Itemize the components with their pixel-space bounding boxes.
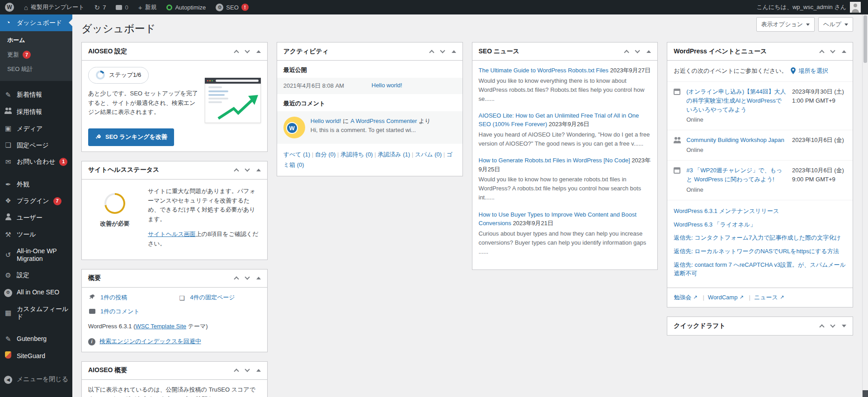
new-label: 新規 — [145, 3, 156, 11]
news-title-link[interactable]: How to Use Buyer Types to Improve Web Co… — [479, 211, 637, 227]
sidebar-item-contact[interactable]: ✉ お問い合わせ 1 — [0, 154, 72, 170]
move-up-button[interactable] — [819, 324, 824, 329]
comments-menu[interactable]: 0 — [111, 0, 133, 14]
wp-news-link[interactable]: 返信先: ローカルネットワークのNASでURLをhttpsにする方法 — [674, 247, 846, 256]
move-up-button[interactable] — [234, 369, 239, 374]
improve-seo-button[interactable]: SEO ランキングを改善 — [88, 128, 174, 146]
comment-meta-suffix: より — [417, 118, 430, 124]
event-title-link[interactable]: (オンライン申し込み)【第44回】大人の科学実験室!生成AIとWordPress… — [686, 88, 786, 113]
menu-separator — [0, 170, 72, 176]
toggle-panel-button[interactable] — [256, 277, 261, 279]
filter-spam-link[interactable]: スパム (0) — [415, 151, 447, 158]
wordcamp-link[interactable]: WordCamp — [708, 294, 738, 301]
move-up-button[interactable] — [429, 50, 434, 55]
news-link[interactable]: ニュース — [754, 293, 778, 302]
posts-count-link[interactable]: 1件の投稿 — [100, 293, 127, 302]
event-title-link[interactable]: Community Building Workshop Japan — [686, 137, 784, 143]
sidebar-item-custom-fields[interactable]: ▦ カスタムフィールド — [0, 301, 72, 325]
wp-logo-menu[interactable]: W — [0, 0, 19, 14]
select-location-link[interactable]: 場所を選択 — [799, 66, 828, 76]
toggle-panel-button[interactable] — [256, 50, 261, 53]
sidebar-item-media[interactable]: ▣ メディア — [0, 120, 72, 137]
updates-badge: 7 — [23, 51, 31, 59]
event-date: 2023年10月6日 (金) — [792, 136, 846, 145]
event-title-link[interactable]: #3 「WP20週チャレンジ」で、もっと WordPress に関わってみよう! — [686, 167, 782, 183]
events-intro: お近くの次のイベントにご参加ください。 場所を選択 — [667, 61, 853, 82]
filter-all-link[interactable]: すべて (1) — [283, 151, 315, 158]
post-title-link[interactable]: Hello world! — [372, 82, 402, 90]
sidebar-item-users[interactable]: ユーザー — [0, 209, 72, 227]
news-date: 2023年9月21日 — [513, 220, 553, 227]
new-content-menu[interactable]: + 新規 — [133, 0, 162, 14]
move-down-button[interactable] — [830, 322, 835, 327]
site-name-menu[interactable]: ⌂ 複製用テンプレート — [19, 0, 90, 14]
sidebar-item-collapse-menu[interactable]: ◀ メニューを閉じる — [0, 371, 72, 388]
screen-options-button[interactable]: 表示オプション — [756, 17, 815, 32]
sidebar-item-appearance[interactable]: ✒ 外観 — [0, 176, 72, 193]
move-up-button[interactable] — [624, 50, 629, 55]
move-up-button[interactable] — [234, 276, 239, 281]
toggle-panel-button[interactable] — [842, 325, 846, 327]
sidebar-item-tools[interactable]: ⚒ ツール — [0, 227, 72, 243]
account-menu[interactable]: こんにちは、wp_wsc_admin さん — [756, 0, 868, 14]
move-down-button[interactable] — [635, 48, 640, 53]
updates-menu[interactable]: ↻ 7 — [90, 0, 111, 14]
brush-icon: ✒ — [4, 180, 13, 189]
move-up-button[interactable] — [234, 169, 239, 174]
filter-mine-link[interactable]: 自分 (0) — [315, 151, 340, 158]
comment-post-link[interactable]: Hello world! — [311, 118, 341, 124]
comments-count-link[interactable]: 1件のコメント — [100, 307, 140, 317]
meetups-link[interactable]: 勉強会 — [674, 293, 691, 302]
move-down-button[interactable] — [830, 48, 835, 53]
news-title-link[interactable]: The Ultimate Guide to WordPress Robots.t… — [479, 67, 609, 74]
move-up-button[interactable] — [819, 50, 824, 55]
submenu-item-seo-stats[interactable]: SEO 統計 — [0, 62, 72, 76]
seo-menu[interactable]: ⚙ SEO ! — [211, 0, 253, 14]
filter-approved-link[interactable]: 承認済み (1) — [377, 151, 415, 158]
wp-news-link[interactable]: 返信先: contact form 7 へreCAPTCHA v3設置。が、スパ… — [674, 261, 846, 278]
submenu-item-home[interactable]: ホーム — [0, 33, 72, 47]
sidebar-item-news-posts[interactable]: ✎ 新着情報 — [0, 87, 72, 104]
contact-badge: 1 — [59, 158, 67, 166]
move-down-button[interactable] — [245, 367, 250, 372]
site-health-screen-link[interactable]: サイトヘルス画面 — [148, 231, 196, 237]
sidebar-item-ai1wm[interactable]: ↺ All-in-One WP Migration — [0, 243, 72, 267]
sidebar-item-recruit[interactable]: 採用情報 — [0, 104, 72, 121]
sidebar-item-dashboard[interactable]: ◔ ダッシュボード — [0, 14, 72, 31]
theme-link[interactable]: WSC Template Site — [136, 323, 186, 330]
seo-gear-icon: ⚙ — [216, 4, 223, 11]
chevron-down-icon — [844, 24, 848, 26]
news-title-link[interactable]: How to Generate Robots.txt Files in Word… — [479, 157, 630, 164]
sidebar-item-plugins[interactable]: ❖ プラグイン 7 — [0, 193, 72, 209]
move-down-button[interactable] — [245, 167, 250, 172]
page-scrollbar[interactable] — [862, 14, 868, 397]
autoptimize-menu[interactable]: Autoptimize — [161, 0, 211, 14]
wp-news-link[interactable]: WordPress 6.3.1 メンテナンスリリース — [674, 207, 846, 216]
move-down-button[interactable] — [245, 274, 250, 279]
comment-excerpt: Hi, this is a comment. To get started wi… — [311, 126, 456, 135]
wp-news-link[interactable]: WordPress 6.3 「ライオネル」 — [674, 221, 846, 229]
commenter-link[interactable]: A WordPress Commenter — [350, 118, 417, 124]
submenu-item-updates[interactable]: 更新 7 — [0, 47, 72, 62]
toggle-panel-button[interactable] — [256, 369, 261, 372]
move-down-button[interactable] — [245, 48, 250, 53]
help-button[interactable]: ヘルプ — [818, 17, 853, 32]
toggle-panel-button[interactable] — [842, 50, 846, 53]
move-up-button[interactable] — [234, 50, 239, 55]
scrollbar-thumb[interactable] — [863, 15, 867, 63]
toggle-panel-button[interactable] — [646, 50, 651, 53]
wp-news-link[interactable]: 返信先: コンタクトフォーム7入力で記事作成した際の文字化け — [674, 234, 846, 242]
plugin-icon: ❖ — [4, 197, 13, 205]
sidebar-item-aioseo[interactable]: ⚙ All in One SEO — [0, 284, 72, 301]
scrollbar-down-button[interactable] — [863, 390, 868, 397]
sidebar-item-settings[interactable]: ⚙ 設定 — [0, 267, 72, 284]
move-down-button[interactable] — [440, 48, 445, 53]
filter-pending-link[interactable]: 承認待ち (0) — [340, 151, 377, 158]
noindex-link[interactable]: 検索エンジンのインデックスを回避中 — [99, 337, 201, 346]
sidebar-item-gutenberg[interactable]: ✎ Gutenberg — [0, 331, 72, 348]
toggle-panel-button[interactable] — [256, 169, 261, 171]
sidebar-item-pages[interactable]: ❏ 固定ページ — [0, 137, 72, 154]
pages-count-link[interactable]: 4件の固定ページ — [190, 293, 235, 302]
sidebar-item-siteguard[interactable]: SiteGuard — [0, 347, 72, 365]
toggle-panel-button[interactable] — [452, 50, 456, 53]
